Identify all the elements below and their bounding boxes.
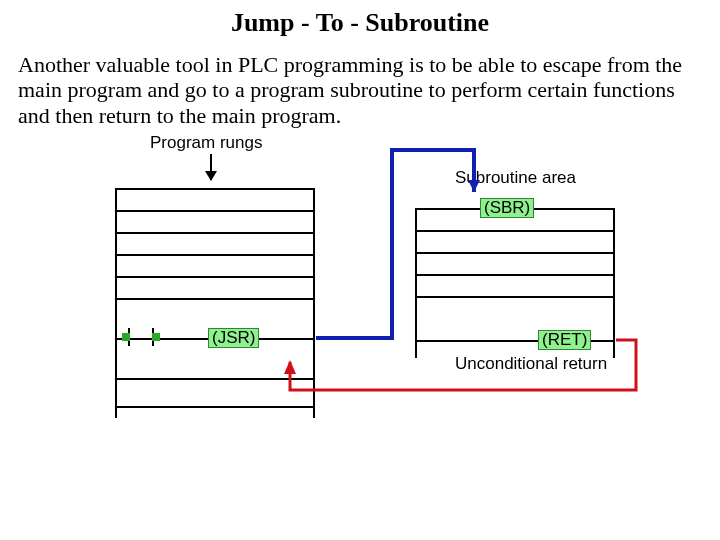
- unconditional-return-label: Unconditional return: [455, 354, 607, 374]
- jsr-label: (JSR): [208, 328, 259, 348]
- jsr-subroutine-diagram: Program rungs (JSR) Subroutine area: [0, 128, 720, 478]
- program-rungs-label: Program rungs: [150, 133, 262, 153]
- program-rungs-arrow-icon: [210, 154, 212, 180]
- main-program-ladder: [115, 188, 315, 418]
- contact-symbol-icon: [128, 328, 154, 346]
- description-text: Another valuable tool in PLC programming…: [0, 42, 720, 128]
- page-title: Jump - To - Subroutine: [0, 0, 720, 42]
- sbr-label: (SBR): [480, 198, 534, 218]
- subroutine-area-label: Subroutine area: [455, 168, 576, 188]
- ret-label: (RET): [538, 330, 591, 350]
